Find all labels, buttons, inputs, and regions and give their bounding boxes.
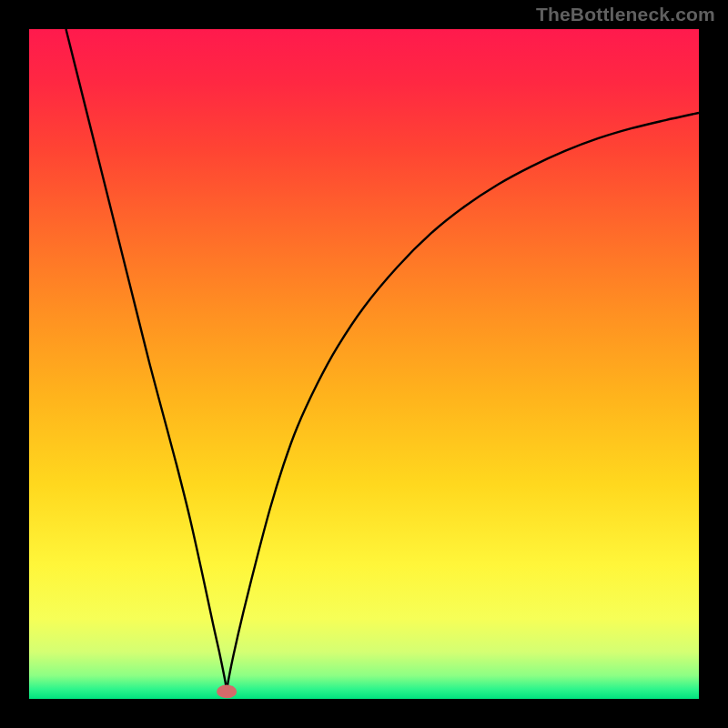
chart-svg	[29, 29, 699, 699]
watermark-text: TheBottleneck.com	[536, 4, 715, 25]
chart-frame: TheBottleneck.com	[0, 0, 728, 728]
chart-background	[29, 29, 699, 699]
vertex-marker	[217, 685, 237, 699]
plot-area	[29, 29, 699, 699]
